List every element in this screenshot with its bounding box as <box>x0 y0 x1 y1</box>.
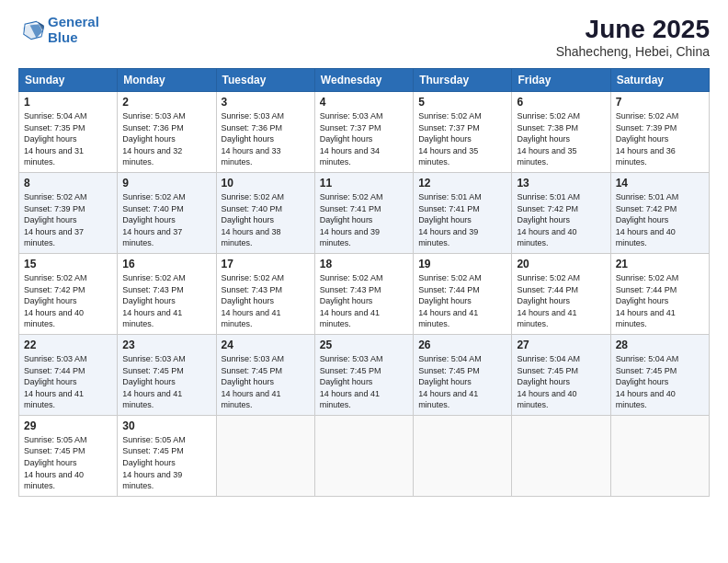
day-number: 13 <box>517 177 605 190</box>
table-row: 14Sunrise: 5:01 AMSunset: 7:42 PMDayligh… <box>610 172 709 253</box>
table-row: 27Sunrise: 5:04 AMSunset: 7:45 PMDayligh… <box>512 334 610 415</box>
day-info: Sunrise: 5:01 AMSunset: 7:42 PMDaylight … <box>517 191 605 249</box>
day-info: Sunrise: 5:02 AMSunset: 7:38 PMDaylight … <box>517 110 605 168</box>
day-info: Sunrise: 5:03 AMSunset: 7:36 PMDaylight … <box>122 110 210 168</box>
table-row: 16Sunrise: 5:02 AMSunset: 7:43 PMDayligh… <box>118 253 216 334</box>
day-number: 12 <box>418 177 506 190</box>
day-info: Sunrise: 5:02 AMSunset: 7:42 PMDaylight … <box>24 272 112 330</box>
table-row: 3Sunrise: 5:03 AMSunset: 7:36 PMDaylight… <box>216 92 314 173</box>
day-info: Sunrise: 5:02 AMSunset: 7:43 PMDaylight … <box>122 272 210 330</box>
col-sunday: Sunday <box>19 69 118 92</box>
day-number: 11 <box>320 177 408 190</box>
header: General Blue June 2025 Shahecheng, Hebei… <box>18 15 710 59</box>
day-number: 18 <box>320 258 408 270</box>
day-number: 29 <box>24 419 112 432</box>
day-info: Sunrise: 5:02 AMSunset: 7:44 PMDaylight … <box>616 272 704 330</box>
day-number: 20 <box>517 258 605 270</box>
day-number: 16 <box>122 258 210 270</box>
day-number: 21 <box>616 258 704 270</box>
col-thursday: Thursday <box>414 69 512 92</box>
day-info: Sunrise: 5:04 AMSunset: 7:35 PMDaylight … <box>24 110 112 168</box>
day-info: Sunrise: 5:02 AMSunset: 7:43 PMDaylight … <box>320 272 408 330</box>
table-row <box>512 415 610 496</box>
logo: General Blue <box>18 15 99 45</box>
day-info: Sunrise: 5:03 AMSunset: 7:45 PMDaylight … <box>320 353 408 411</box>
day-info: Sunrise: 5:02 AMSunset: 7:44 PMDaylight … <box>517 272 605 330</box>
calendar-week-row: 8Sunrise: 5:02 AMSunset: 7:39 PMDaylight… <box>19 172 710 253</box>
calendar-table: Sunday Monday Tuesday Wednesday Thursday… <box>18 68 710 497</box>
table-row: 24Sunrise: 5:03 AMSunset: 7:45 PMDayligh… <box>216 334 314 415</box>
logo-blue: Blue <box>48 29 78 45</box>
calendar-week-row: 15Sunrise: 5:02 AMSunset: 7:42 PMDayligh… <box>19 253 710 334</box>
logo-general: General <box>48 14 99 29</box>
table-row: 4Sunrise: 5:03 AMSunset: 7:37 PMDaylight… <box>314 92 413 173</box>
day-info: Sunrise: 5:02 AMSunset: 7:40 PMDaylight … <box>122 191 210 249</box>
table-row: 8Sunrise: 5:02 AMSunset: 7:39 PMDaylight… <box>19 172 118 253</box>
col-wednesday: Wednesday <box>314 69 413 92</box>
day-number: 6 <box>517 96 605 109</box>
calendar-title: June 2025 <box>556 15 710 44</box>
table-row: 13Sunrise: 5:01 AMSunset: 7:42 PMDayligh… <box>512 172 610 253</box>
day-number: 3 <box>222 96 310 109</box>
table-row: 30Sunrise: 5:05 AMSunset: 7:45 PMDayligh… <box>118 415 216 496</box>
table-row: 5Sunrise: 5:02 AMSunset: 7:37 PMDaylight… <box>414 92 512 173</box>
table-row: 25Sunrise: 5:03 AMSunset: 7:45 PMDayligh… <box>314 334 413 415</box>
table-row: 6Sunrise: 5:02 AMSunset: 7:38 PMDaylight… <box>512 92 610 173</box>
table-row: 20Sunrise: 5:02 AMSunset: 7:44 PMDayligh… <box>512 253 610 334</box>
day-number: 22 <box>24 339 112 351</box>
page: General Blue June 2025 Shahecheng, Hebei… <box>0 0 728 563</box>
day-info: Sunrise: 5:02 AMSunset: 7:44 PMDaylight … <box>418 272 506 330</box>
logo-text: General Blue <box>48 15 99 45</box>
table-row: 19Sunrise: 5:02 AMSunset: 7:44 PMDayligh… <box>414 253 512 334</box>
table-row: 28Sunrise: 5:04 AMSunset: 7:45 PMDayligh… <box>610 334 709 415</box>
table-row: 10Sunrise: 5:02 AMSunset: 7:40 PMDayligh… <box>216 172 314 253</box>
day-info: Sunrise: 5:04 AMSunset: 7:45 PMDaylight … <box>616 353 704 411</box>
calendar-header-row: Sunday Monday Tuesday Wednesday Thursday… <box>19 69 710 92</box>
table-row: 1Sunrise: 5:04 AMSunset: 7:35 PMDaylight… <box>19 92 118 173</box>
day-number: 30 <box>122 419 210 432</box>
table-row: 17Sunrise: 5:02 AMSunset: 7:43 PMDayligh… <box>216 253 314 334</box>
table-row: 21Sunrise: 5:02 AMSunset: 7:44 PMDayligh… <box>610 253 709 334</box>
col-monday: Monday <box>118 69 216 92</box>
calendar-subtitle: Shahecheng, Hebei, China <box>556 44 710 59</box>
day-info: Sunrise: 5:03 AMSunset: 7:37 PMDaylight … <box>320 110 408 168</box>
day-number: 27 <box>517 339 605 351</box>
day-number: 4 <box>320 96 408 109</box>
table-row: 7Sunrise: 5:02 AMSunset: 7:39 PMDaylight… <box>610 92 709 173</box>
table-row: 18Sunrise: 5:02 AMSunset: 7:43 PMDayligh… <box>314 253 413 334</box>
title-block: June 2025 Shahecheng, Hebei, China <box>556 15 710 59</box>
day-number: 14 <box>616 177 704 190</box>
day-number: 8 <box>24 177 112 190</box>
day-number: 9 <box>122 177 210 190</box>
day-number: 19 <box>418 258 506 270</box>
table-row: 11Sunrise: 5:02 AMSunset: 7:41 PMDayligh… <box>314 172 413 253</box>
day-info: Sunrise: 5:02 AMSunset: 7:41 PMDaylight … <box>320 191 408 249</box>
day-number: 26 <box>418 339 506 351</box>
day-info: Sunrise: 5:02 AMSunset: 7:37 PMDaylight … <box>418 110 506 168</box>
day-info: Sunrise: 5:02 AMSunset: 7:39 PMDaylight … <box>24 191 112 249</box>
day-number: 15 <box>24 258 112 270</box>
col-tuesday: Tuesday <box>216 69 314 92</box>
day-number: 28 <box>616 339 704 351</box>
col-saturday: Saturday <box>610 69 709 92</box>
day-number: 7 <box>616 96 704 109</box>
day-info: Sunrise: 5:01 AMSunset: 7:42 PMDaylight … <box>616 191 704 249</box>
day-number: 23 <box>122 339 210 351</box>
calendar-week-row: 22Sunrise: 5:03 AMSunset: 7:44 PMDayligh… <box>19 334 710 415</box>
table-row: 15Sunrise: 5:02 AMSunset: 7:42 PMDayligh… <box>19 253 118 334</box>
day-info: Sunrise: 5:04 AMSunset: 7:45 PMDaylight … <box>418 353 506 411</box>
calendar-week-row: 1Sunrise: 5:04 AMSunset: 7:35 PMDaylight… <box>19 92 710 173</box>
table-row: 2Sunrise: 5:03 AMSunset: 7:36 PMDaylight… <box>118 92 216 173</box>
day-info: Sunrise: 5:01 AMSunset: 7:41 PMDaylight … <box>418 191 506 249</box>
table-row: 9Sunrise: 5:02 AMSunset: 7:40 PMDaylight… <box>118 172 216 253</box>
day-info: Sunrise: 5:02 AMSunset: 7:43 PMDaylight … <box>222 272 310 330</box>
day-number: 10 <box>222 177 310 190</box>
table-row <box>314 415 413 496</box>
table-row: 29Sunrise: 5:05 AMSunset: 7:45 PMDayligh… <box>19 415 118 496</box>
day-number: 24 <box>222 339 310 351</box>
table-row: 12Sunrise: 5:01 AMSunset: 7:41 PMDayligh… <box>414 172 512 253</box>
table-row <box>610 415 709 496</box>
day-number: 5 <box>418 96 506 109</box>
day-number: 25 <box>320 339 408 351</box>
day-info: Sunrise: 5:03 AMSunset: 7:36 PMDaylight … <box>222 110 310 168</box>
